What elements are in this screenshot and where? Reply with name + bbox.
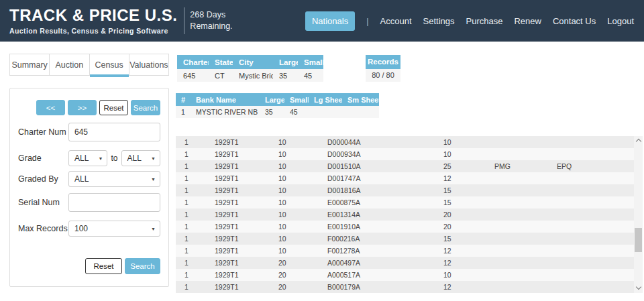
table-cell: D001510A (319, 160, 435, 172)
table-row[interactable]: 11929T110D001747A12 (176, 172, 634, 184)
table-cell (548, 257, 634, 269)
table-cell: 10 (270, 172, 319, 184)
table-cell: 1 (176, 172, 206, 184)
nav-account[interactable]: Account (380, 16, 412, 26)
table-cell (548, 196, 634, 208)
table-cell: 1 (176, 281, 206, 293)
table-row[interactable]: 11929T110E001314A20 (176, 208, 634, 221)
bank-table: #Bank NameLargeSmallLg SheetSm Sheet 1MY… (176, 93, 379, 118)
search-button[interactable]: Search (125, 258, 160, 274)
nav-settings[interactable]: Settings (423, 16, 455, 26)
scroll-up-icon[interactable] (634, 137, 643, 145)
table-row[interactable]: 11929T110D001816A15 (176, 184, 634, 196)
header-divider (184, 7, 184, 34)
max-records-row: Max Records 100 ▼ (18, 221, 160, 237)
nav-contact-us[interactable]: Contact Us (553, 16, 596, 26)
table-cell: 10 (435, 148, 486, 160)
table-row[interactable]: 11929T110D001510A25PMGEPQ (176, 160, 634, 172)
nav-nationals[interactable]: Nationals (305, 11, 355, 31)
graded-by-select[interactable]: ALL ▼ (68, 171, 160, 187)
serial-num-input[interactable] (68, 193, 160, 212)
table-header-cell: State (209, 55, 233, 69)
app-logo: TRACK & PRICE U.S. Auction Results, Cens… (9, 7, 177, 34)
table-header-cell: Charter (177, 55, 209, 69)
table-cell: 1 (176, 136, 206, 148)
table-header-cell: # (176, 93, 191, 106)
tab-auction[interactable]: Auction (50, 54, 89, 75)
table-row[interactable]: 11929T110E000875A15 (176, 196, 634, 208)
next-page-button[interactable]: >> (68, 100, 97, 115)
table-cell (548, 233, 634, 245)
reset-button-top[interactable]: Reset (99, 100, 128, 115)
table-cell: 1929T1 (206, 136, 270, 148)
table-cell (548, 184, 634, 196)
nav-logout[interactable]: Logout (607, 16, 634, 26)
table-row[interactable]: 11929T110E001910A20 (176, 221, 634, 233)
table-cell: 45 (284, 106, 309, 118)
grade-to-word: to (111, 154, 117, 163)
scrollbar-thumb[interactable] (635, 228, 642, 252)
table-header-cell: Lg Sheet (309, 93, 342, 106)
table-cell: 20 (435, 221, 486, 233)
grade-to-select[interactable]: ALL ▼ (121, 150, 160, 166)
table-row[interactable]: 11929T110D000934A10 (176, 148, 634, 160)
search-button-top[interactable]: Search (131, 100, 160, 115)
vertical-scrollbar[interactable] (634, 136, 643, 293)
table-cell: 10 (270, 160, 319, 172)
table-cell (548, 281, 634, 293)
table-row[interactable]: 11929T110F000216A15 (176, 233, 634, 245)
table-cell: 1 (176, 208, 206, 221)
tab-census[interactable]: Census (90, 54, 129, 75)
charter-num-row: Charter Num (18, 123, 160, 141)
prev-page-button[interactable]: << (36, 100, 65, 115)
table-cell (486, 269, 548, 281)
table-cell (486, 245, 548, 257)
submit-button-row: Reset Search (18, 258, 160, 274)
table-cell: 20 (270, 257, 319, 269)
table-cell: B000179A (319, 281, 435, 293)
table-row[interactable]: 11929T120A000517A10 (176, 269, 634, 281)
table-header-cell: Small (284, 93, 309, 106)
table-cell: D001747A (319, 172, 435, 184)
table-cell: D000044A (319, 136, 435, 148)
table-row[interactable]: 11929T110D000044A10 (176, 136, 634, 148)
table-row[interactable]: 645CTMystic Bridge3545 (177, 69, 323, 82)
charter-num-input[interactable] (68, 123, 160, 141)
census-results-table: 11929T110D000044A1011929T110D000934A1011… (176, 136, 634, 293)
table-cell: 15 (435, 196, 486, 208)
table-cell: 45 (298, 69, 323, 82)
nav-purchase[interactable]: Purchase (466, 16, 503, 26)
table-cell: 1929T1 (206, 148, 270, 160)
chevron-down-icon: ▼ (151, 177, 156, 182)
reset-button[interactable]: Reset (85, 258, 122, 274)
table-cell: A000497A (319, 257, 435, 269)
table-cell: 1929T1 (206, 233, 270, 245)
table-cell: F001278A (319, 245, 435, 257)
app-title: TRACK & PRICE U.S. (9, 7, 177, 24)
days-remaining: 268 Days Remaining. (190, 9, 242, 32)
table-cell: 10 (270, 221, 319, 233)
table-cell: 1929T1 (206, 269, 270, 281)
scroll-down-icon[interactable] (634, 284, 643, 292)
table-cell: 1929T1 (206, 257, 270, 269)
table-row[interactable]: 11929T120A000497A12 (176, 257, 634, 269)
table-row[interactable]: 1MYSTIC RIVER NB MYSTIC3545 (176, 106, 379, 118)
max-records-select[interactable]: 100 ▼ (68, 221, 160, 237)
charter-num-label: Charter Num (18, 127, 68, 137)
table-cell: 1929T1 (206, 281, 270, 293)
nav-separator: | (366, 16, 368, 26)
census-filter-panel: << >> Reset Search Charter Num Grade ALL… (9, 88, 169, 287)
table-cell: 12 (435, 281, 486, 293)
tab-valuations[interactable]: Valuations (129, 54, 168, 75)
table-row[interactable]: 11929T120B000179A12 (176, 281, 634, 293)
nav-renew[interactable]: Renew (514, 16, 541, 26)
grade-from-select[interactable]: ALL ▼ (68, 150, 107, 166)
active-tab-underline (90, 74, 129, 77)
section-tabs: Summary Auction Census Valuations (9, 54, 169, 76)
table-row[interactable]: 11929T110F001278A12 (176, 245, 634, 257)
table-cell: 1929T1 (206, 184, 270, 196)
tab-summary[interactable]: Summary (10, 54, 50, 75)
table-header-cell: City (233, 55, 273, 69)
app-header: TRACK & PRICE U.S. Auction Results, Cens… (0, 0, 644, 42)
table-cell: 10 (270, 196, 319, 208)
